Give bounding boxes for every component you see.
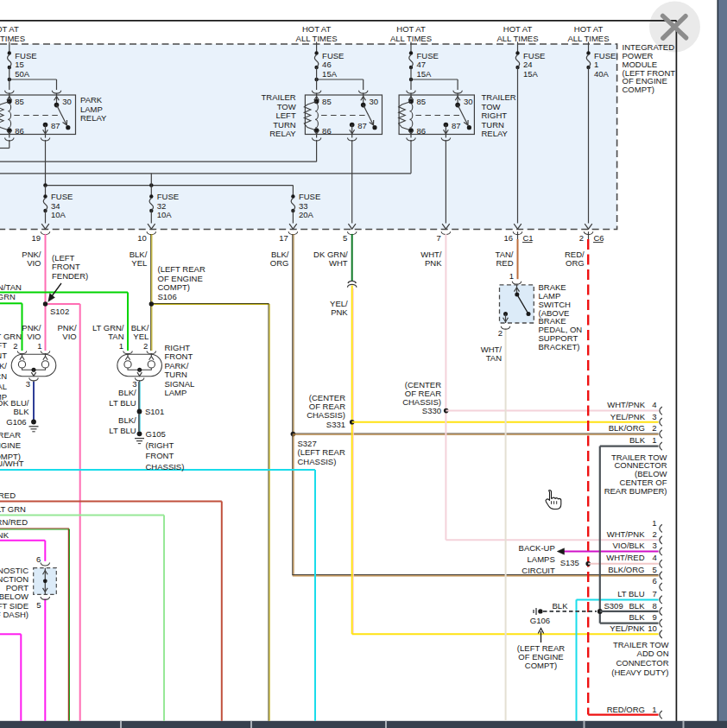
svg-text:1: 1	[509, 271, 514, 281]
svg-text:1: 1	[652, 518, 656, 528]
svg-text:S135: S135	[560, 558, 579, 567]
svg-text:TURN: TURN	[165, 370, 188, 379]
svg-text:2: 2	[652, 423, 656, 433]
svg-text:S101: S101	[145, 407, 164, 416]
svg-text:19: 19	[31, 233, 41, 243]
svg-text:PARK/: PARK/	[165, 361, 189, 370]
svg-text:ALL TIMES: ALL TIMES	[296, 34, 338, 43]
svg-text:2: 2	[143, 341, 148, 351]
svg-text:46: 46	[322, 60, 332, 69]
svg-text:9: 9	[653, 612, 657, 622]
svg-text:WHT: WHT	[329, 258, 348, 268]
svg-text:VIO/BLK: VIO/BLK	[613, 541, 646, 550]
svg-text:16: 16	[503, 233, 513, 243]
svg-text:TRAILER TOW: TRAILER TOW	[613, 640, 669, 649]
svg-text:TURN: TURN	[0, 371, 7, 381]
svg-text:1: 1	[652, 705, 656, 714]
svg-text:(HEAVY DUTY): (HEAVY DUTY)	[611, 668, 668, 677]
svg-text:HOT AT: HOT AT	[574, 24, 604, 34]
svg-text:SIGNAL: SIGNAL	[0, 382, 7, 391]
svg-text:YEL: YEL	[133, 332, 149, 341]
svg-text:BLK/ORG: BLK/ORG	[609, 423, 645, 433]
svg-text:LT GRN/TAN: LT GRN/TAN	[0, 282, 22, 292]
svg-text:COMPT): COMPT)	[623, 85, 654, 94]
svg-text:4: 4	[653, 553, 657, 562]
svg-text:ALL TIMES: ALL TIMES	[567, 34, 609, 43]
svg-text:(LEFT: (LEFT	[0, 340, 7, 350]
svg-text:BLK/: BLK/	[118, 388, 136, 397]
svg-text:BLK: BLK	[629, 612, 646, 622]
svg-text:85: 85	[322, 97, 332, 106]
svg-text:47: 47	[417, 60, 427, 69]
svg-text:TURN: TURN	[482, 120, 505, 130]
svg-text:BACK-UP: BACK-UP	[519, 543, 555, 553]
svg-text:S106: S106	[158, 292, 177, 301]
svg-text:BLK: BLK	[553, 601, 569, 611]
svg-text:RIGHT: RIGHT	[482, 111, 508, 120]
svg-text:WHT/PNK: WHT/PNK	[607, 529, 645, 539]
svg-text:32: 32	[157, 201, 167, 211]
svg-text:WHT/RED: WHT/RED	[606, 553, 644, 562]
svg-text:30: 30	[62, 97, 72, 106]
svg-text:ALL TIMES: ALL TIMES	[390, 34, 432, 43]
svg-text:FUSE: FUSE	[51, 192, 73, 201]
svg-text:FRONT: FRONT	[52, 262, 80, 271]
svg-text:BLK: BLK	[14, 407, 30, 416]
svg-text:PNK: PNK	[331, 307, 348, 317]
svg-text:OF ENGINE: OF ENGINE	[0, 440, 21, 450]
svg-text:ADD ON: ADD ON	[637, 649, 669, 658]
svg-text:TOW: TOW	[277, 102, 296, 111]
svg-text:50A: 50A	[15, 69, 30, 79]
svg-text:LT BLU: LT BLU	[109, 426, 136, 435]
svg-text:10A: 10A	[157, 210, 173, 219]
svg-text:YEL: YEL	[131, 258, 147, 268]
svg-text:ALL TIMES: ALL TIMES	[496, 34, 538, 43]
svg-text:COMPT): COMPT)	[0, 452, 21, 461]
svg-text:WHT/PNK: WHT/PNK	[607, 400, 645, 409]
svg-text:(LEFT REAR: (LEFT REAR	[158, 264, 205, 274]
svg-text:CIRCUIT: CIRCUIT	[522, 566, 555, 575]
svg-text:1: 1	[594, 60, 598, 69]
svg-text:ALL TIMES: ALL TIMES	[0, 34, 25, 43]
svg-text:10: 10	[137, 233, 147, 243]
svg-text:30: 30	[370, 97, 379, 106]
svg-text:LEFT: LEFT	[275, 111, 295, 120]
svg-text:(LEFT REAR: (LEFT REAR	[0, 430, 21, 440]
svg-text:FUSE: FUSE	[322, 51, 344, 60]
svg-text:6: 6	[36, 554, 41, 564]
svg-text:87: 87	[357, 121, 367, 130]
svg-text:BLK/: BLK/	[118, 415, 136, 425]
svg-text:C1: C1	[523, 233, 534, 243]
svg-text:TOW: TOW	[482, 102, 501, 111]
svg-text:G106: G106	[6, 417, 26, 427]
svg-text:2: 2	[579, 233, 584, 243]
svg-text:6: 6	[653, 576, 657, 586]
svg-text:10A: 10A	[51, 210, 66, 219]
svg-text:HOT AT: HOT AT	[396, 24, 426, 34]
svg-text:GRN/RED: GRN/RED	[0, 517, 28, 527]
svg-text:ORG: ORG	[566, 258, 585, 268]
svg-text:RELAY: RELAY	[482, 129, 509, 138]
svg-text:15: 15	[15, 60, 24, 69]
svg-text:BLK: BLK	[629, 435, 646, 445]
svg-text:RELAY: RELAY	[80, 113, 107, 123]
svg-text:BRACKET): BRACKET)	[539, 342, 580, 351]
svg-text:HOT AT: HOT AT	[0, 24, 19, 34]
svg-text:FRONT: FRONT	[165, 351, 193, 361]
svg-text:G106: G106	[530, 616, 550, 625]
svg-text:YEL/: YEL/	[330, 299, 348, 308]
svg-text:C6: C6	[594, 233, 604, 243]
svg-text:RED/: RED/	[565, 250, 585, 259]
svg-text:87: 87	[452, 121, 461, 130]
svg-text:S331: S331	[326, 420, 345, 429]
svg-text:YEL/PNK: YEL/PNK	[610, 624, 645, 633]
svg-text:BLK/ORG: BLK/ORG	[608, 565, 644, 574]
svg-text:2: 2	[13, 341, 17, 351]
svg-text:LT BLU: LT BLU	[109, 398, 136, 408]
svg-text:FUSE: FUSE	[157, 192, 179, 201]
svg-text:S102: S102	[50, 307, 69, 316]
svg-text:FUSE: FUSE	[594, 51, 616, 60]
svg-text:33: 33	[299, 201, 308, 211]
svg-text:FRONT: FRONT	[146, 451, 174, 460]
svg-text:PNK/: PNK/	[22, 250, 41, 259]
